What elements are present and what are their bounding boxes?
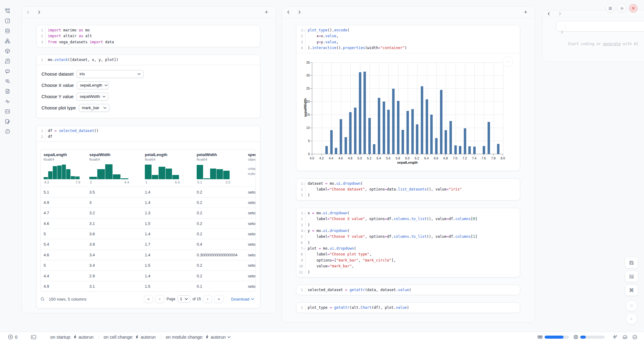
copilot-icon [622, 335, 628, 339]
chatbot-icon[interactable] [5, 68, 10, 74]
histogram[interactable] [197, 163, 230, 179]
table-row[interactable]: 4.93.11.50.1setosa [41, 281, 256, 291]
choose-x-value-select[interactable]: sepalLength [77, 81, 109, 89]
chart-menu-button[interactable]: ··· [503, 56, 513, 67]
chart-plot[interactable] [312, 62, 503, 154]
pagination-next-button[interactable]: › [203, 295, 212, 303]
code-cell-plot-type[interactable]: 1plot_type = getattr(alt.Chart(df), plot… [296, 302, 520, 313]
help-icon[interactable]: ? [5, 129, 10, 134]
histogram[interactable] [89, 163, 128, 179]
code-cell-dataframe[interactable]: 1df = selected_dataset()2dfsepalLengthfl… [36, 126, 260, 309]
stop-button[interactable] [626, 300, 637, 312]
move-column-left-button[interactable] [27, 10, 29, 14]
histogram[interactable] [44, 163, 80, 179]
table-row[interactable]: 4.63.41.40.30000000000000004setosa [41, 250, 256, 260]
code-editor[interactable]: 1mo.vstack([dataset, x, y, plot]) [37, 55, 260, 65]
menu-button[interactable] [606, 4, 614, 12]
fold-chevron-icon[interactable]: v [303, 246, 305, 252]
sitemap-icon[interactable] [5, 38, 10, 44]
ai-button[interactable] [613, 335, 617, 340]
move-column-right-button[interactable] [298, 10, 301, 14]
runtime-config-item[interactable]: on cell change:autorun [104, 335, 156, 340]
close-button[interactable] [629, 4, 638, 12]
copilot-button[interactable] [622, 335, 628, 339]
code-editor[interactable]: 1plot_type = getattr(alt.Chart(df), plot… [296, 303, 520, 312]
search-list-icon[interactable] [5, 78, 10, 84]
database-icon[interactable] [5, 28, 10, 34]
connection-status-button[interactable] [632, 335, 637, 340]
fold-chevron-icon[interactable]: v [303, 211, 305, 216]
move-column-left-button[interactable] [287, 10, 290, 14]
pagination-first-button[interactable]: « [144, 295, 153, 303]
document-icon[interactable] [5, 88, 10, 94]
histogram-bar [223, 171, 230, 179]
table-row[interactable]: 53.41.50.2setosa [41, 260, 256, 270]
code-line: 11) [296, 269, 520, 275]
move-column-left-button[interactable] [548, 12, 550, 16]
package-icon[interactable] [5, 48, 10, 54]
table-row[interactable]: 5.13.51.40.2setosa [41, 187, 256, 197]
code-cell-selected-dataset[interactable]: 1selected_dataset = getattr(data, datase… [296, 285, 520, 295]
code-editor[interactable]: 1import marimo as mo2import altair as al… [37, 25, 260, 47]
code-editor[interactable]: 1selected_dataset = getattr(data, datase… [296, 285, 520, 295]
code-editor[interactable]: 1df = selected_dataset()2df [37, 126, 260, 142]
x-tick-mark [321, 154, 322, 156]
fold-chevron-icon[interactable]: v [303, 181, 305, 187]
function-icon[interactable]: f [5, 18, 10, 23]
terminal-button[interactable] [31, 335, 36, 340]
table-row[interactable]: 4.63.11.50.2setosa [41, 218, 256, 229]
runtime-config-item[interactable]: on module change:autorun [166, 335, 231, 340]
generate-with-ai-link[interactable]: generate [603, 42, 621, 46]
move-column-right-button[interactable] [559, 12, 561, 16]
code-editor[interactable]: 1vx = mo.ui.dropdown(2 label="Choose X v… [296, 208, 520, 277]
x-tick-mark [484, 154, 484, 156]
keyboard-shortcuts-button[interactable]: ⌘ [625, 284, 638, 296]
table-row[interactable]: 4.931.40.2setosa [41, 197, 256, 208]
runtime-config-item[interactable]: on startup:autorun [50, 335, 94, 340]
add-cell-button[interactable]: + [263, 9, 270, 15]
fold-chevron-icon[interactable]: v [303, 28, 305, 34]
layout-button[interactable] [625, 271, 638, 282]
code-cell-plot-cell[interactable]: 1vplot_type().encode(2 x=x.value,3 y=y.v… [296, 25, 520, 171]
code-cell-dataset-dropdown[interactable]: 1vdataset = mo.ui.dropdown(2 label="Choo… [296, 178, 520, 201]
code-token: ui [330, 246, 334, 251]
pagination-prev-button[interactable]: ‹ [155, 295, 164, 303]
code-editor[interactable]: 1vplot_type().encode(2 x=x.value,3 y=y.v… [296, 25, 520, 53]
fold-chevron-icon[interactable]: v [303, 228, 305, 234]
page-select[interactable]: 1 [177, 295, 190, 303]
download-button[interactable]: Download [229, 297, 256, 302]
table-cell: 5 [41, 263, 86, 268]
choose-y-value-select[interactable]: sepalWidth [77, 93, 108, 101]
code-cell-xyplot-dropdowns[interactable]: 1vx = mo.ui.dropdown(2 label="Choose X v… [296, 208, 520, 277]
pagination-last-button[interactable]: » [214, 295, 224, 303]
scratch-cell[interactable]: 1 Start coding or generate with AI [556, 21, 644, 31]
code-cell-imports[interactable]: 1import marimo as mo2import altair as al… [36, 25, 260, 47]
run-button[interactable] [626, 313, 637, 325]
x-tick-mark [436, 154, 436, 156]
code-token: marimo [61, 28, 79, 32]
code-token: ) [405, 46, 407, 50]
table-row[interactable]: 4.42.91.40.2setosa [41, 270, 256, 281]
error-indicator[interactable]: 0 [8, 334, 17, 340]
code-token: , [336, 34, 338, 38]
table-row[interactable]: 4.73.21.30.2setosa [41, 208, 256, 218]
code-cell-vstack[interactable]: 1mo.vstack([dataset, x, y, plot])Choose … [36, 55, 260, 118]
choose-plot-type-select[interactable]: mark_bar [79, 104, 109, 112]
table-row[interactable]: 5.43.91.70.4setosa [41, 239, 256, 249]
code-snippet-icon[interactable] [5, 109, 10, 114]
add-cell-button[interactable]: + [522, 9, 529, 15]
activity-icon[interactable] [5, 98, 10, 104]
script-icon[interactable] [5, 58, 10, 64]
code-editor[interactable]: 1 Start coding or generate with AI [556, 21, 644, 31]
table-row[interactable]: 53.61.40.2setosa [41, 229, 256, 239]
settings-button[interactable] [617, 4, 626, 12]
code-editor[interactable]: 1vdataset = mo.ui.dropdown(2 label="Choo… [296, 179, 520, 200]
file-tree-icon[interactable] [5, 8, 10, 13]
line-number: 5 [296, 234, 303, 240]
save-button[interactable] [625, 257, 638, 269]
histogram[interactable] [145, 163, 179, 179]
scratchpad-icon[interactable] [5, 119, 10, 124]
move-column-right-button[interactable] [38, 10, 40, 14]
choose-dataset-select[interactable]: iris [77, 70, 144, 78]
search-icon[interactable] [40, 297, 45, 301]
